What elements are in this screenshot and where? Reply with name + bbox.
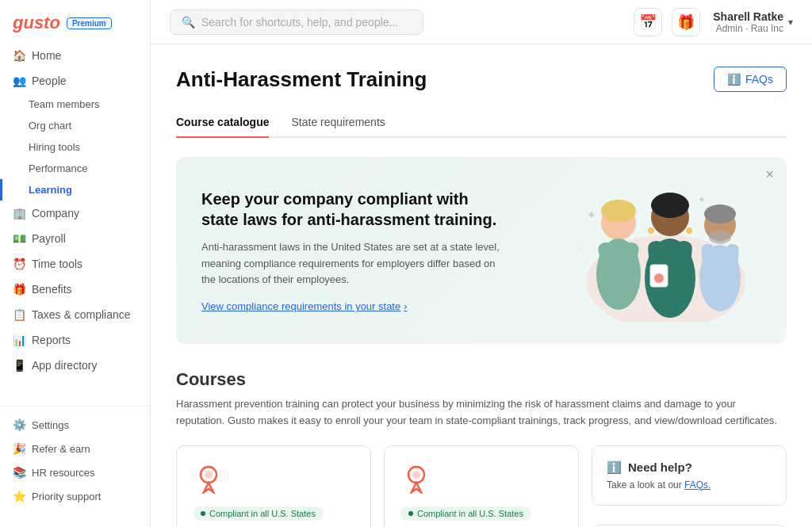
sidebar-item-hiring-tools[interactable]: Hiring tools — [0, 136, 150, 158]
banner-content: Keep your company compliant with state l… — [201, 189, 509, 312]
course-card-employees: Compliant in all U.S. States Harassment … — [176, 445, 371, 527]
info-icon: ℹ️ — [727, 73, 741, 86]
badge-dot — [201, 511, 205, 516]
sidebar-footer-label: HR resources — [32, 467, 94, 479]
sidebar-item-team-members[interactable]: Team members — [0, 94, 150, 115]
page-title: Anti-Harassment Training — [176, 67, 427, 92]
banner-close-button[interactable]: × — [765, 166, 774, 183]
sidebar-item-label: App directory — [32, 359, 97, 372]
badge-label-2: Compliant in all U.S. States — [417, 509, 523, 518]
banner-illustration: ✦ ✦ ✦ × — [523, 179, 761, 322]
gusto-logo: gusto — [13, 13, 60, 33]
legal-advice-card: ℹ️ Legal Advice? Gusto Learning is not t… — [592, 525, 787, 527]
banner-link[interactable]: View compliance requirements in your sta… — [201, 300, 408, 312]
people-icon: 👥 — [13, 74, 25, 87]
header-icons: 📅 🎁 — [634, 8, 700, 36]
svg-rect-22 — [725, 243, 740, 269]
svg-point-18 — [651, 193, 689, 218]
tab-course-catalogue[interactable]: Course catalogue — [176, 108, 269, 138]
sidebar-item-label: Taxes & compliance — [32, 308, 131, 321]
premium-badge: Premium — [67, 17, 112, 29]
courses-desc: Harassment prevention training can prote… — [176, 396, 787, 430]
settings-icon: ⚙️ — [13, 418, 25, 431]
badge-label: Compliant in all U.S. States — [209, 509, 316, 518]
compliant-badge: Compliant in all U.S. States — [193, 506, 324, 521]
app-directory-icon: 📱 — [13, 359, 25, 372]
sidebar-item-org-chart[interactable]: Org chart — [0, 115, 150, 136]
gift-icon-btn[interactable]: 🎁 — [672, 8, 700, 36]
sidebar: gusto Premium 🏠 Home 👥 People Team membe… — [0, 0, 151, 527]
sidebar-item-priority-support[interactable]: ⭐ Priority support — [0, 484, 150, 508]
info-circle-icon: ℹ️ — [607, 460, 622, 475]
header-right: 📅 🎁 Sharell Ratke Admin · Rau Inc ▾ — [634, 8, 793, 36]
svg-point-27 — [205, 471, 213, 479]
sidebar-item-home[interactable]: 🏠 Home — [0, 43, 150, 68]
sidebar-item-reports[interactable]: 📊 Reports — [0, 327, 150, 353]
search-bar[interactable]: 🔍 Search for shortcuts, help, and people… — [170, 10, 423, 35]
svg-rect-21 — [701, 243, 716, 269]
time-tools-icon: ⏰ — [13, 258, 25, 270]
sidebar-item-people[interactable]: 👥 People — [0, 68, 150, 94]
svg-text:✦: ✦ — [587, 208, 596, 221]
refer-icon: 🎉 — [13, 442, 25, 455]
faqs-link[interactable]: FAQs. — [684, 479, 710, 491]
sidebar-footer: ⚙️ Settings 🎉 Refer & earn 📚 HR resource… — [0, 406, 150, 514]
home-icon: 🏠 — [13, 49, 25, 62]
payroll-icon: 💵 — [13, 232, 25, 245]
sidebar-item-benefits[interactable]: 🎁 Benefits — [0, 277, 150, 302]
sidebar-footer-label: Priority support — [32, 491, 101, 502]
user-role: Admin · Rau Inc — [713, 23, 783, 34]
tab-state-requirements[interactable]: State requirements — [291, 108, 385, 138]
page-header: Anti-Harassment Training ℹ️ FAQs — [176, 67, 787, 92]
calendar-icon-btn[interactable]: 📅 — [634, 8, 662, 36]
priority-support-icon: ⭐ — [13, 490, 25, 502]
chevron-down-icon: ▾ — [788, 17, 793, 28]
sidebar-item-performance[interactable]: Performance — [0, 158, 150, 179]
sidebar-item-label: Company — [32, 207, 79, 220]
banner-text: Anti-harassment laws in the United State… — [201, 239, 509, 288]
sidebar-nav: 🏠 Home 👥 People Team members Org chart H… — [0, 43, 150, 399]
course-card-managers: Compliant in all U.S. States Harassment … — [384, 445, 579, 527]
sidebar-item-time-tools[interactable]: ⏰ Time tools — [0, 251, 150, 277]
sidebar-item-label: Payroll — [32, 232, 66, 245]
svg-point-24 — [704, 204, 736, 223]
courses-title: Courses — [176, 369, 787, 390]
main-content: Anti-Harassment Training ℹ️ FAQs Course … — [151, 44, 812, 527]
help-cards-column: ℹ️ Need help? Take a look at our FAQs. ℹ… — [592, 445, 787, 527]
header: 🔍 Search for shortcuts, help, and people… — [151, 0, 812, 44]
sidebar-item-settings[interactable]: ⚙️ Settings — [0, 413, 150, 437]
arrow-icon: › — [404, 300, 407, 312]
help-card-text: Take a look at our FAQs. — [607, 479, 772, 491]
sidebar-item-hr-resources[interactable]: 📚 HR resources — [0, 460, 150, 484]
company-icon: 🏢 — [13, 207, 25, 220]
svg-point-23 — [709, 230, 731, 244]
sidebar-item-label: Benefits — [32, 283, 72, 296]
sidebar-item-taxes-compliance[interactable]: 📋 Taxes & compliance — [0, 302, 150, 327]
user-details: Sharell Ratke Admin · Rau Inc — [713, 10, 783, 34]
user-menu[interactable]: Sharell Ratke Admin · Rau Inc ▾ — [713, 10, 793, 34]
courses-section: Courses Harassment prevention training c… — [176, 369, 787, 527]
hr-resources-icon: 📚 — [13, 466, 25, 479]
need-help-card: ℹ️ Need help? Take a look at our FAQs. — [592, 445, 787, 506]
reports-icon: 📊 — [13, 334, 25, 346]
user-name: Sharell Ratke — [713, 10, 783, 23]
sidebar-item-app-directory[interactable]: 📱 App directory — [0, 353, 150, 378]
course-award-icon — [193, 462, 354, 496]
info-banner: Keep your company compliant with state l… — [176, 157, 787, 344]
benefits-icon: 🎁 — [13, 283, 25, 296]
main-area: 🔍 Search for shortcuts, help, and people… — [151, 0, 812, 527]
courses-grid: Compliant in all U.S. States Harassment … — [176, 445, 787, 527]
faqs-button[interactable]: ℹ️ FAQs — [714, 67, 787, 92]
faqs-label: FAQs — [745, 73, 773, 86]
sidebar-item-refer-earn[interactable]: 🎉 Refer & earn — [0, 437, 150, 460]
sidebar-item-label: Time tools — [32, 258, 82, 270]
svg-rect-13 — [674, 240, 692, 272]
sidebar-item-payroll[interactable]: 💵 Payroll — [0, 226, 150, 251]
tabs: Course catalogue State requirements — [176, 108, 787, 138]
sidebar-item-learning[interactable]: Learning — [0, 179, 150, 200]
svg-marker-26 — [204, 483, 213, 492]
svg-point-15 — [654, 273, 664, 283]
sidebar-item-company[interactable]: 🏢 Company — [0, 200, 150, 226]
banner-title: Keep your company compliant with state l… — [201, 189, 509, 230]
sidebar-item-label: People — [32, 74, 67, 87]
